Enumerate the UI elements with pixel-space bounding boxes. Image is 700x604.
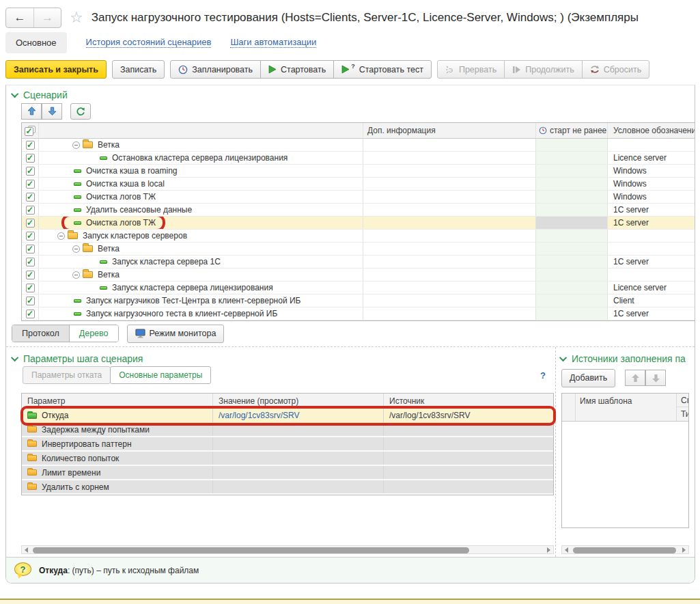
row-checkbox[interactable]: ✓ [26, 232, 35, 241]
collapse-chevron-icon[interactable] [11, 90, 18, 97]
add-button[interactable]: Добавить [561, 369, 615, 387]
move-up-button[interactable] [21, 103, 42, 120]
table-row[interactable]: ✓Запуск кластеров серверов [22, 230, 695, 243]
method-column-header[interactable]: Способ з [677, 394, 688, 407]
source-column-header[interactable]: Источник [384, 394, 553, 408]
scroll-right-icon[interactable] [544, 546, 553, 553]
collapse-chevron-icon[interactable] [559, 353, 567, 361]
row-checkbox[interactable]: ✓ [26, 154, 35, 163]
scrollbar-thumb[interactable] [573, 547, 676, 553]
row-indent: Запуск кластера сервера лицензирования [42, 282, 273, 294]
scroll-left-icon[interactable] [22, 546, 31, 553]
table-row[interactable]: ✓Очистка логов ТЖ1C server [22, 217, 695, 230]
row-checkbox[interactable]: ✓ [26, 258, 35, 266]
select-all-header[interactable]: ✓ [22, 123, 39, 138]
row-checkbox[interactable]: ✓ [26, 219, 35, 228]
tree-collapse-toggle[interactable] [72, 245, 80, 253]
param-row[interactable]: Лимит времени [22, 466, 553, 480]
param-row[interactable]: Количество попыток [22, 452, 553, 466]
row-checkbox[interactable]: ✓ [26, 167, 35, 176]
row-check-cell: ✓ [22, 294, 39, 307]
step-params-title: Параметры шага сценария [23, 353, 143, 364]
row-checkbox[interactable]: ✓ [26, 297, 35, 305]
param-value-cell[interactable] [213, 437, 384, 450]
row-checkbox[interactable]: ✓ [26, 310, 35, 318]
table-row[interactable]: ✓Запуск кластера сервера 1С1C server [22, 256, 695, 269]
scrollbar-track[interactable] [571, 546, 680, 553]
table-row[interactable]: ✓Ветка [22, 269, 695, 282]
value-column-header[interactable]: Значение (просмотр) [213, 394, 384, 408]
favorite-star-icon[interactable]: ☆ [70, 10, 83, 25]
params-horizontal-scrollbar[interactable] [21, 545, 554, 554]
monitor-mode-button[interactable]: Режим монитора [127, 325, 225, 343]
tree-collapse-toggle[interactable] [72, 271, 80, 279]
scroll-left-icon[interactable] [562, 546, 571, 553]
sources-horizontal-scrollbar[interactable] [561, 545, 689, 554]
row-extra-info-cell [363, 204, 536, 216]
save-and-close-button[interactable]: Записать и закрыть [5, 60, 107, 79]
unit-column-header[interactable]: Условное обозначение ед [608, 123, 695, 138]
back-button[interactable]: ← [6, 8, 33, 27]
param-row[interactable]: Откуда/var/log/1cv83srv/SRV/var/log/1cv8… [22, 409, 553, 423]
param-value-cell[interactable] [213, 480, 384, 493]
table-row[interactable]: ✓Запуск нагрузочного теста в клиент-серв… [22, 307, 695, 320]
param-value-cell[interactable] [213, 423, 384, 436]
save-button[interactable]: Записать [112, 60, 165, 79]
sources-table: Имя шаблона Способ з Тип знач [561, 393, 689, 528]
param-value-cell[interactable] [213, 452, 384, 465]
scrollbar-track[interactable] [31, 546, 544, 553]
continue-button[interactable]: Продолжить [504, 60, 582, 79]
collapse-chevron-icon[interactable] [11, 353, 18, 361]
param-value-cell[interactable]: /var/log/1cv83srv/SRV [213, 409, 384, 422]
row-checkbox[interactable]: ✓ [26, 193, 35, 202]
row-checkbox[interactable]: ✓ [26, 141, 35, 150]
row-checkbox[interactable]: ✓ [26, 245, 35, 253]
help-link[interactable]: ? [540, 370, 546, 381]
row-checkbox[interactable]: ✓ [26, 180, 35, 189]
table-row[interactable]: ✓Ветка [22, 243, 695, 256]
tab-main[interactable]: Основное [5, 32, 67, 53]
table-row[interactable]: ✓Ветка [22, 139, 695, 152]
tree-collapse-toggle[interactable] [72, 141, 80, 149]
scroll-right-icon[interactable] [680, 546, 688, 553]
param-value-cell[interactable] [213, 466, 384, 479]
param-row[interactable]: Удалить с корнем [22, 480, 553, 495]
forward-button[interactable]: → [33, 8, 61, 27]
start-test-button[interactable]: ? Стартовать тест [333, 60, 432, 79]
table-row[interactable]: ✓Запуск нагрузчиков Тест-Центра в клиент… [22, 294, 695, 307]
row-start-cell [536, 217, 608, 229]
table-row[interactable]: ✓Очистка кэша в localWindows [22, 178, 695, 191]
refresh-button[interactable] [70, 103, 91, 120]
row-checkbox[interactable]: ✓ [26, 271, 35, 279]
sources-move-up-button[interactable] [625, 370, 645, 386]
interrupt-button[interactable]: Э Прервать [437, 60, 505, 79]
value-type-column-header[interactable]: Тип знач [677, 407, 688, 421]
tab-general-params[interactable]: Основные параметры [110, 366, 211, 384]
reset-button[interactable]: Сбросить [582, 60, 650, 79]
row-checkbox[interactable]: ✓ [26, 284, 35, 292]
tree-button[interactable]: Дерево [69, 325, 118, 342]
schedule-button[interactable]: Запланировать [170, 60, 261, 79]
table-row[interactable]: ✓Очистка кэша в roamingWindows [22, 165, 695, 178]
tab-scenario-history[interactable]: История состояний сценариев [86, 37, 212, 48]
param-row[interactable]: Задержка между попытками [22, 423, 553, 437]
tree-collapse-toggle[interactable] [57, 232, 65, 240]
extra-info-column-header[interactable]: Доп. информация [363, 123, 536, 138]
template-name-column-header[interactable]: Имя шаблона [576, 394, 677, 421]
tab-automation-steps[interactable]: Шаги автоматизации [230, 37, 316, 48]
start-column-header[interactable]: старт не ранее.. [536, 123, 608, 138]
table-row[interactable]: ✓Очистка логов ТЖWindows [22, 191, 695, 204]
param-column-header[interactable]: Параметр [22, 394, 213, 408]
table-row[interactable]: ✓Удалить сеансовые данные1C server [22, 204, 695, 217]
protocol-button[interactable]: Протокол [12, 325, 69, 342]
start-button[interactable]: Стартовать [260, 60, 334, 79]
table-row[interactable]: ✓Остановка кластера сервера лицензирован… [22, 152, 695, 165]
table-row[interactable]: ✓Запуск кластера сервера лицензированияL… [22, 282, 695, 294]
sources-move-down-button[interactable] [645, 370, 666, 386]
row-checkbox[interactable]: ✓ [26, 206, 35, 215]
param-row[interactable]: Инвертировать паттерн [22, 437, 553, 452]
scrollbar-thumb[interactable] [33, 547, 469, 553]
name-column-header[interactable] [39, 123, 363, 138]
tab-rollback-params[interactable]: Параметры отката [23, 366, 111, 384]
move-down-button[interactable] [42, 103, 62, 120]
